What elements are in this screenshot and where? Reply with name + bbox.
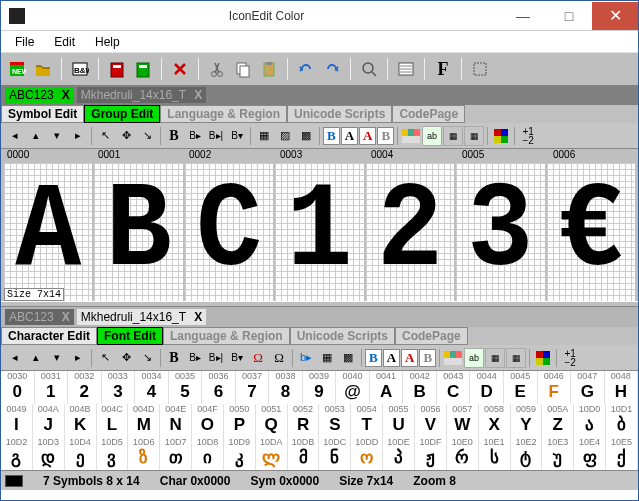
font-glyph-cell[interactable]: 10E0რ [447,437,479,470]
font-glyph-cell[interactable]: 10DAლ [256,437,288,470]
font-glyph-cell[interactable]: 004CL [97,404,129,437]
font-glyph-cell[interactable]: 00333 [102,371,136,404]
undo-button[interactable] [294,57,318,81]
style-a-gray[interactable]: B [419,349,436,367]
style-a-red[interactable]: A [359,127,376,145]
font-glyph-cell[interactable]: 0040@ [336,371,370,404]
font-glyph-cell[interactable]: 0049I [1,404,33,437]
grid-b-icon[interactable]: ▦ [443,126,463,146]
arrow-cross-icon[interactable]: ✥ [116,126,136,146]
style-a-red[interactable]: A [401,349,418,367]
font-glyph-cell[interactable]: 10DFჟ [415,437,447,470]
font-glyph-cell[interactable]: 0057W [447,404,479,437]
glyph-cell[interactable]: C [185,163,273,301]
mode-tab[interactable]: CodePage [392,105,465,123]
grid-c-icon[interactable]: ▦ [506,348,526,368]
effect2-icon[interactable]: ▨ [275,126,295,146]
bold-button[interactable]: B [164,127,184,145]
glyph-cell[interactable]: 1 [275,163,363,301]
arrow-right-icon[interactable]: ▸ [68,348,88,368]
grid-a-icon[interactable]: ab [422,126,442,146]
arrow-down-icon[interactable]: ▾ [47,348,67,368]
font-glyph-cell[interactable]: 004BK [65,404,97,437]
font-glyph-cell[interactable]: 0059Y [511,404,543,437]
font-glyph-cell[interactable]: 0051Q [256,404,288,437]
paste-button[interactable] [257,57,281,81]
glyph-cell[interactable]: 2 [366,163,454,301]
open-file-button[interactable] [31,57,55,81]
arrow-downright-icon[interactable]: ↘ [137,126,157,146]
font-glyph-cell[interactable]: 10DBმ [288,437,320,470]
omega2-icon[interactable]: Ω [269,348,289,368]
file-tab[interactable]: ABC123X [5,87,74,103]
font-glyph-cell[interactable]: 10E2ტ [511,437,543,470]
b-trim-icon[interactable]: B▸| [206,126,226,146]
zoom-fraction-icon[interactable]: +1−2 [560,348,580,368]
zoom-fraction-icon[interactable]: +1−2 [518,126,538,146]
style-a-blue[interactable]: B [365,349,382,367]
new-file-button[interactable]: NEW [5,57,29,81]
minimize-button[interactable]: — [500,2,546,30]
arrow-left-icon[interactable]: ◂ [5,126,25,146]
omega-icon[interactable]: Ω [248,348,268,368]
redo-button[interactable] [320,57,344,81]
copy-button[interactable] [231,57,255,81]
mode-tab[interactable]: Symbol Edit [1,105,84,123]
color-swatch-icon[interactable] [491,126,511,146]
font-glyph-cell[interactable]: 10E5ქ [606,437,638,470]
font-glyph-cell[interactable]: 00311 [35,371,69,404]
font-glyph-cell[interactable]: 10D6ზ [128,437,160,470]
font-glyph-cell[interactable]: 10D1ბ [606,404,638,437]
mode-tab[interactable]: CodePage [395,327,468,345]
arrow-upleft-icon[interactable]: ↖ [95,126,115,146]
font-button[interactable]: F [431,57,455,81]
font-glyph-cell[interactable]: 004AJ [33,404,65,437]
arrow-right-icon[interactable]: ▸ [68,126,88,146]
font-glyph-cell[interactable]: 0047G [571,371,605,404]
b-arrow-right-icon[interactable]: B▸ [185,126,205,146]
delete-button[interactable] [168,57,192,81]
font-glyph-cell[interactable]: 0053S [319,404,351,437]
mode-tab[interactable]: Group Edit [84,105,160,123]
arrow-upleft-icon[interactable]: ↖ [95,348,115,368]
color-swatch-icon[interactable] [533,348,553,368]
menu-edit[interactable]: Edit [46,33,83,51]
arrow-down-icon[interactable]: ▾ [47,126,67,146]
font-glyph-cell[interactable]: 0052R [288,404,320,437]
glyph-cell[interactable]: B [94,163,182,301]
mode-tab[interactable]: Unicode Scripts [287,105,392,123]
font-glyph-cell[interactable]: 0044D [470,371,504,404]
font-glyph-cell[interactable]: 0056V [415,404,447,437]
effect1-icon[interactable]: ▦ [254,126,274,146]
font-glyph-cell[interactable]: 004EN [160,404,192,437]
arrow-up-icon[interactable]: ▴ [26,348,46,368]
font-glyph-cell[interactable]: 10D7თ [160,437,192,470]
arrow-left-icon[interactable]: ◂ [5,348,25,368]
style-a-blue[interactable]: B [323,127,340,145]
font-glyph-cell[interactable]: 00300 [1,371,35,404]
font-glyph-cell[interactable]: 0043C [437,371,471,404]
grid-c-icon[interactable]: ▦ [464,126,484,146]
font-glyph-cell[interactable]: 10D9კ [224,437,256,470]
bold-button[interactable]: B [164,349,184,367]
palette-icon[interactable] [401,126,421,146]
style-a-gray[interactable]: B [377,127,394,145]
font-glyph-cell[interactable]: 00388 [269,371,303,404]
close-tab-icon[interactable]: X [194,88,202,102]
font-glyph-cell[interactable]: 10D2გ [1,437,33,470]
font-glyph-cell[interactable]: 10E3უ [542,437,574,470]
font-glyph-cell[interactable]: 10DEპ [383,437,415,470]
palette-icon[interactable] [443,348,463,368]
font-glyph-cell[interactable]: 10D5ვ [97,437,129,470]
checker-icon[interactable]: ▩ [338,348,358,368]
arrow-downright-icon[interactable]: ↘ [137,348,157,368]
grid-a-icon[interactable]: ab [464,348,484,368]
glyph-cell[interactable]: € [547,163,635,301]
font-glyph-cell[interactable]: 0046F [538,371,572,404]
b-arrow-right-icon[interactable]: B▸ [185,348,205,368]
font-glyph-cell[interactable]: 0050P [224,404,256,437]
font-glyph-cell[interactable]: 00377 [236,371,270,404]
zoom-button[interactable] [357,57,381,81]
font-glyph-cell[interactable]: 004DM [128,404,160,437]
file-tab[interactable]: ABC123X [5,309,74,325]
